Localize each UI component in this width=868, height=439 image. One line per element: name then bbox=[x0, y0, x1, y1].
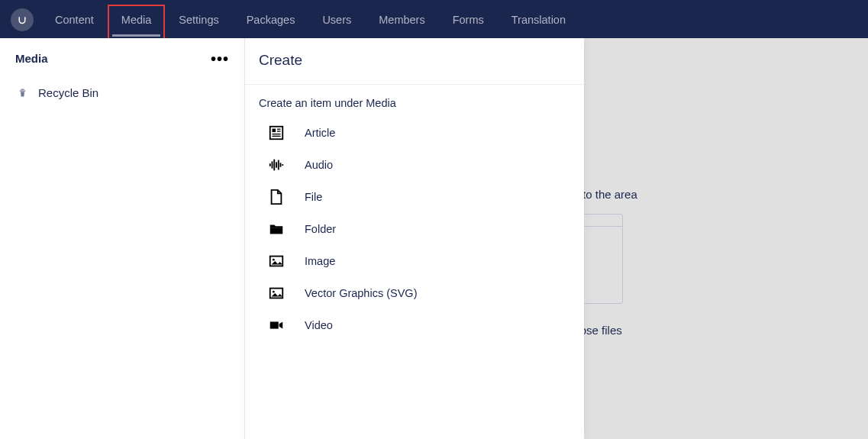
create-item-label: Article bbox=[305, 127, 335, 139]
sidebar-header: Media ••• bbox=[0, 52, 244, 76]
svg-rect-5 bbox=[273, 136, 281, 137]
create-item-video[interactable]: Video bbox=[245, 309, 584, 341]
nav-settings[interactable]: Settings bbox=[179, 2, 218, 38]
svg-rect-8 bbox=[273, 160, 275, 171]
svg-rect-1 bbox=[273, 129, 276, 133]
folder-icon bbox=[268, 221, 302, 237]
create-item-image[interactable]: Image bbox=[245, 245, 584, 277]
nav-forms[interactable]: Forms bbox=[453, 2, 484, 38]
svg-rect-2 bbox=[277, 129, 281, 130]
create-flyout: Create Create an item under Media Articl… bbox=[244, 38, 584, 439]
create-item-file[interactable]: File bbox=[245, 181, 584, 213]
create-item-label: Folder bbox=[305, 223, 336, 235]
umbraco-logo-icon bbox=[15, 13, 29, 27]
svg-rect-10 bbox=[278, 160, 279, 170]
create-item-label: File bbox=[305, 191, 322, 203]
svg-rect-13 bbox=[270, 228, 283, 234]
tree-item-recycle-bin[interactable]: Recycle Bin bbox=[0, 76, 244, 110]
app-logo[interactable] bbox=[11, 8, 34, 31]
nav-users[interactable]: Users bbox=[322, 2, 351, 38]
svg-rect-4 bbox=[273, 134, 281, 134]
file-icon bbox=[268, 189, 302, 205]
create-item-label: Audio bbox=[305, 159, 333, 171]
tree-item-label: Recycle Bin bbox=[38, 86, 98, 99]
svg-rect-11 bbox=[280, 163, 282, 167]
sidebar-title: Media bbox=[15, 52, 48, 65]
create-item-label: Video bbox=[305, 319, 333, 331]
article-icon bbox=[268, 124, 302, 141]
video-icon bbox=[268, 317, 302, 334]
nav-content[interactable]: Content bbox=[55, 2, 94, 38]
nav-translation[interactable]: Translation bbox=[511, 2, 566, 38]
top-navigation: Content Media Settings Packages Users Me… bbox=[0, 2, 868, 38]
create-title: Create bbox=[245, 38, 584, 85]
svg-icon bbox=[268, 285, 302, 302]
create-item-folder[interactable]: Folder bbox=[245, 213, 584, 245]
create-item-svg[interactable]: Vector Graphics (SVG) bbox=[245, 277, 584, 309]
nav-members[interactable]: Members bbox=[379, 2, 424, 38]
svg-rect-0 bbox=[270, 127, 283, 140]
nav-media[interactable]: Media bbox=[121, 2, 152, 38]
svg-rect-6 bbox=[269, 163, 271, 166]
svg-rect-12 bbox=[282, 164, 283, 166]
create-item-article[interactable]: Article bbox=[245, 117, 584, 149]
sidebar-actions-icon[interactable]: ••• bbox=[211, 55, 229, 63]
audio-icon bbox=[268, 157, 302, 173]
svg-rect-3 bbox=[277, 131, 281, 131]
create-item-audio[interactable]: Audio bbox=[245, 149, 584, 181]
create-item-label: Vector Graphics (SVG) bbox=[305, 287, 417, 299]
svg-rect-7 bbox=[272, 161, 273, 168]
nav-packages[interactable]: Packages bbox=[247, 2, 295, 38]
image-icon bbox=[268, 253, 302, 270]
svg-rect-18 bbox=[270, 321, 279, 328]
create-subtitle: Create an item under Media bbox=[245, 85, 584, 117]
svg-rect-9 bbox=[276, 162, 277, 167]
svg-point-17 bbox=[273, 291, 275, 293]
create-item-label: Image bbox=[305, 255, 335, 267]
svg-point-15 bbox=[273, 259, 275, 261]
sidebar: Media ••• Recycle Bin bbox=[0, 38, 244, 439]
nav-items: Content Media Settings Packages Users Me… bbox=[55, 2, 593, 38]
trash-icon bbox=[17, 87, 34, 98]
